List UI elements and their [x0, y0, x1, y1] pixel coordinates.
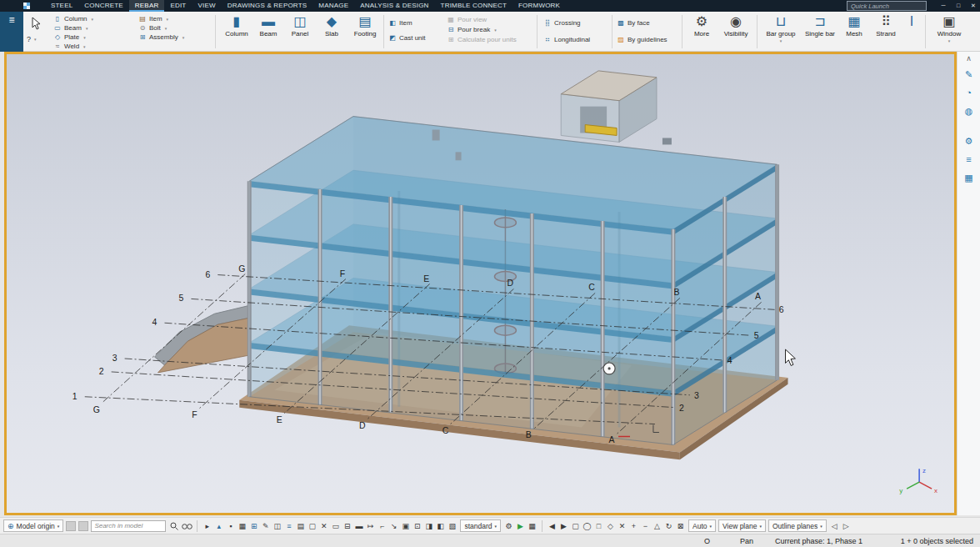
visibility-button[interactable]: ◉Visibility	[718, 13, 753, 50]
close-button[interactable]: ✕	[967, 0, 980, 12]
tool-icon-button[interactable]: △	[652, 519, 662, 532]
cast-unit-button[interactable]: ◩Cast unit	[388, 33, 426, 43]
menu-tab[interactable]: VIEW	[192, 0, 221, 12]
tool-icon-button[interactable]: ≡	[283, 519, 294, 532]
calculate-pour-units-button[interactable]: ⊞Calculate pour units	[447, 35, 517, 44]
menu-tab[interactable]: FORMWORK	[512, 0, 566, 12]
binoculars-icon[interactable]	[182, 519, 192, 532]
tool-icon-button[interactable]: ▤	[295, 519, 306, 532]
tool-icon-button[interactable]: ✎	[260, 519, 271, 532]
app-menu-button[interactable]: ≡	[0, 12, 23, 52]
toggle-plate[interactable]: ◇Plate▾	[53, 33, 86, 42]
tool-icon-button[interactable]: ▧	[447, 519, 458, 532]
menu-tab[interactable]: CONCRETE	[78, 0, 129, 12]
tool-icon-button[interactable]: ▭	[330, 519, 341, 532]
tool-icon-button[interactable]: ▶	[558, 519, 569, 532]
maximize-button[interactable]: □	[952, 0, 965, 12]
pen-icon[interactable]: ✎	[962, 68, 977, 81]
ortho-indicator[interactable]: O	[704, 537, 710, 545]
gear-icon[interactable]: ⚙	[962, 134, 977, 148]
apps-grid-icon[interactable]: ▦	[962, 171, 977, 184]
entrance-ramp[interactable]	[155, 305, 250, 373]
tool-icon-button[interactable]: ⊡	[412, 519, 422, 532]
model-3d[interactable]: G F E D C B A G F E D C B A 6 5 4 3 2 1 …	[7, 54, 954, 513]
preset-button[interactable]	[66, 521, 76, 531]
menu-tab[interactable]: DRAWINGS & REPORTS	[222, 0, 313, 12]
globe-icon[interactable]: ◍	[962, 104, 977, 118]
menu-tab[interactable]: ANALYSIS & DESIGN	[354, 0, 434, 12]
compass-icon[interactable]: ◔	[962, 86, 977, 99]
tool-icon-button[interactable]: ◀	[547, 519, 558, 532]
tool-icon-button[interactable]: ▴	[213, 519, 224, 532]
tool-icon-button[interactable]: +	[628, 519, 639, 532]
toggle-assembly[interactable]: ⊞Assembly▾	[138, 33, 184, 42]
tool-icon-button[interactable]: ↘	[388, 519, 399, 532]
tool-icon-button[interactable]: ⌐	[377, 519, 388, 532]
tool-icon-button[interactable]: ↻	[663, 519, 674, 532]
tool-icon-button[interactable]: ◇	[605, 519, 616, 532]
tool-icon-button[interactable]: ◧	[435, 519, 446, 532]
quick-launch-input[interactable]	[847, 1, 927, 11]
tool-icon-button[interactable]: ▦	[527, 519, 538, 532]
by-face-button[interactable]: ▩By face	[617, 18, 650, 28]
menu-tab[interactable]: TRIMBLE CONNECT	[435, 0, 512, 12]
toggle-weld[interactable]: ≈Weld▾	[53, 42, 86, 51]
toggle-item[interactable]: ▤Item▾	[138, 14, 168, 23]
bar-group-button[interactable]: ⊔Bar group▾	[762, 13, 800, 50]
beam-button[interactable]: ▬Beam	[253, 13, 283, 50]
tool-icon-button[interactable]: ⚙	[503, 519, 514, 532]
list-icon[interactable]: ≡	[962, 153, 977, 166]
tool-icon-button[interactable]: ▣	[400, 519, 411, 532]
pointer-tool-button[interactable]	[27, 14, 45, 33]
toggle-bolt[interactable]: ⊙Bolt▾	[138, 23, 167, 33]
pan-indicator[interactable]: Pan	[740, 537, 753, 545]
item-button[interactable]: ◧Item	[388, 18, 412, 28]
mesh-button[interactable]: ▦Mesh	[840, 13, 868, 50]
tool-icon-button[interactable]: ◨	[423, 519, 434, 532]
help-button[interactable]: ?▾	[27, 35, 37, 43]
tool-icon-button[interactable]: ↦	[365, 519, 376, 532]
more-button[interactable]: ⚙More	[687, 13, 717, 50]
panel-button[interactable]: ◫Panel	[285, 13, 315, 50]
menu-tab[interactable]: EDIT	[164, 0, 192, 12]
bar-shape-button[interactable]: I	[905, 13, 918, 50]
tekla-logo-icon[interactable]	[23, 3, 30, 9]
view-plane-dropdown[interactable]: View plane ▾	[718, 519, 766, 532]
by-guidelines-button[interactable]: ▨By guidelines	[617, 35, 668, 44]
tool-icon-button[interactable]: ▢	[570, 519, 581, 532]
tool-icon-button[interactable]: ◯	[582, 519, 592, 532]
tool-icon-button[interactable]: ▬	[353, 519, 364, 532]
strand-button[interactable]: ⠿Strand	[870, 13, 902, 50]
single-bar-button[interactable]: ⊐Single bar	[802, 13, 838, 50]
model-viewport[interactable]: G F E D C B A G F E D C B A 6 5 4 3 2 1 …	[4, 52, 957, 515]
model-origin-dropdown[interactable]: ⊕ Model origin ▾	[3, 519, 63, 532]
tool-icon-button[interactable]: ⊞	[248, 519, 259, 532]
tool-icon-button[interactable]: ✕	[318, 519, 329, 532]
tool-icon-button[interactable]: ⊟	[342, 519, 352, 532]
minimize-button[interactable]: ─	[937, 0, 950, 12]
nav-arrow-button[interactable]: ◁	[829, 519, 840, 532]
tool-icon-button[interactable]: □	[593, 519, 604, 532]
column-button[interactable]: ▮Column	[222, 13, 252, 50]
crossing-button[interactable]: ⣿Crossing	[543, 18, 581, 28]
pour-break-button[interactable]: ⊟Pour break▾	[447, 25, 497, 34]
tool-icon-button[interactable]: ⊠	[675, 519, 686, 532]
longitudinal-button[interactable]: ⠶Longitudinal	[543, 35, 590, 44]
tool-icon-button[interactable]: ✕	[617, 519, 628, 532]
menu-tab[interactable]: REBAR	[129, 0, 165, 12]
slab-button[interactable]: ◆Slab	[317, 13, 347, 50]
menu-tab[interactable]: MANAGE	[312, 0, 354, 12]
nav-arrow-button[interactable]: ▷	[841, 519, 852, 532]
tool-icon-button[interactable]: ▦	[237, 519, 248, 532]
building-model[interactable]	[249, 71, 777, 445]
model-search-input[interactable]	[91, 520, 166, 532]
search-icon[interactable]	[168, 519, 179, 532]
pour-view-button[interactable]: ▦Pour view	[447, 15, 487, 24]
window-button[interactable]: ▣Window▾	[930, 13, 968, 50]
tool-icon-button[interactable]: ▢	[307, 519, 318, 532]
footing-button[interactable]: ▤Footing	[348, 13, 382, 50]
preset-button[interactable]	[78, 521, 88, 531]
selection-filter-dropdown[interactable]: standard ▾	[460, 519, 501, 532]
tool-icon-button[interactable]: ▪	[225, 519, 236, 532]
tool-icon-button[interactable]: ▶	[515, 519, 526, 532]
